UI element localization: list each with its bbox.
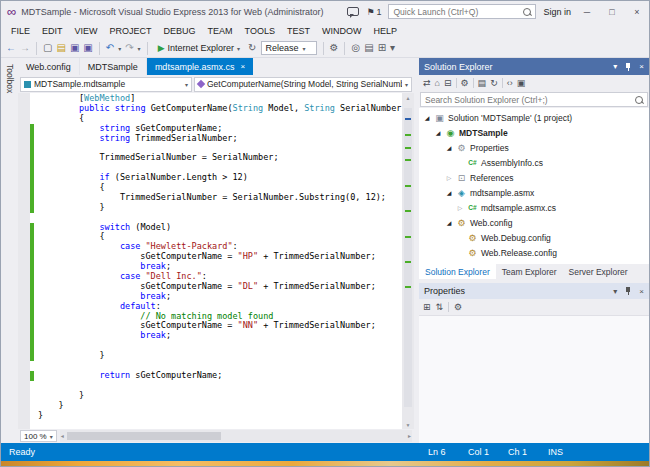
collapse-arrow-icon[interactable]: ▷ <box>456 204 464 211</box>
undo-icon[interactable]: ↶ <box>106 43 114 53</box>
solution-explorer-icon[interactable]: ▤ <box>364 43 373 53</box>
start-debug-button[interactable]: ▶Internet Explorer▾ <box>154 42 244 54</box>
show-all-files-icon[interactable]: ▤ <box>478 78 487 88</box>
tree-item[interactable]: ◢▣Solution 'MDTSample' (1 project) <box>419 110 649 125</box>
document-tab[interactable]: MDTSample <box>80 58 147 75</box>
menu-tools[interactable]: TOOLS <box>239 24 281 38</box>
panel-tab-team-explorer[interactable]: Team Explorer <box>496 264 563 279</box>
code-line[interactable]: } <box>30 203 402 213</box>
preview-icon[interactable]: ▣ <box>517 78 526 88</box>
scrollbar-thumb[interactable] <box>404 108 412 407</box>
tree-item[interactable]: ▷⊡References <box>419 170 649 185</box>
zoom-control[interactable]: 100 % ▾ <box>20 430 57 442</box>
scroll-up-icon[interactable]: ▲ <box>402 93 414 102</box>
window-position-icon[interactable]: ▾ <box>613 287 617 296</box>
window-position-icon[interactable]: ▾ <box>613 62 617 71</box>
document-tab[interactable]: Web.config <box>18 58 80 75</box>
open-file-icon[interactable]: ▤ <box>56 43 65 53</box>
code-line[interactable]: break; <box>30 331 402 341</box>
collapse-arrow-icon[interactable]: ▷ <box>445 174 453 181</box>
save-all-icon[interactable]: ▣ <box>83 43 92 53</box>
scroll-down-icon[interactable]: ▼ <box>402 420 414 429</box>
menu-team[interactable]: TEAM <box>202 24 239 38</box>
code-line[interactable]: string TrimmedSerialNumber; <box>30 134 402 144</box>
navigate-forward-icon[interactable]: → <box>20 43 30 53</box>
code-line[interactable]: public string GetComputerName(String Mod… <box>30 104 402 114</box>
expand-arrow-icon[interactable]: ◢ <box>445 219 453 226</box>
redo-icon[interactable]: ↷ <box>125 43 133 53</box>
menu-test[interactable]: TEST <box>281 24 316 38</box>
panel-tab-server-explorer[interactable]: Server Explorer <box>563 264 634 279</box>
code-line[interactable]: } <box>30 401 402 411</box>
scrollbar-track[interactable] <box>402 102 414 420</box>
toolbox-tab[interactable]: Toolbox <box>1 58 18 443</box>
tree-item[interactable]: ▷C#mdtsample.asmx.cs <box>419 200 649 215</box>
auto-hide-button[interactable] <box>624 63 632 71</box>
types-dropdown[interactable]: MDTSample.mdtsample ▾ <box>20 77 192 92</box>
panel-tab-solution-explorer[interactable]: Solution Explorer <box>419 264 496 279</box>
find-icon[interactable]: ◎ <box>351 43 360 53</box>
maximize-button[interactable]: □ <box>603 7 621 17</box>
tree-item[interactable]: ◢◉MDTSample <box>419 125 649 140</box>
save-icon[interactable]: ▣ <box>70 43 79 53</box>
notifications-flag[interactable]: ⚑ 1 <box>366 7 381 17</box>
refresh-icon[interactable]: ↻ <box>490 78 498 88</box>
collapse-all-icon[interactable]: ⊟ <box>444 78 452 88</box>
tree-item[interactable]: ◢◈mdtsample.asmx <box>419 185 649 200</box>
close-icon[interactable]: × <box>240 62 245 71</box>
menu-edit[interactable]: EDIT <box>36 24 69 38</box>
solution-search-input[interactable]: Search Solution Explorer (Ctrl+;) <box>420 92 648 107</box>
menu-window[interactable]: WINDOW <box>316 24 368 38</box>
new-file-icon[interactable]: ▢ <box>43 43 52 53</box>
expand-arrow-icon[interactable]: ◢ <box>423 114 431 121</box>
menu-debug[interactable]: DEBUG <box>158 24 202 38</box>
alphabetical-icon[interactable]: ⇅ <box>436 302 444 312</box>
document-tab[interactable]: mdtsample.asmx.cs× <box>147 58 253 75</box>
code-line[interactable]: } <box>30 411 402 421</box>
tree-item[interactable]: ⚙Web.Release.config <box>419 245 649 260</box>
close-panel-button[interactable]: × <box>639 62 644 71</box>
menu-project[interactable]: PROJECT <box>104 24 158 38</box>
sync-with-active-document-icon[interactable]: ⇄ <box>423 78 431 88</box>
horizontal-scrollbar-track[interactable] <box>65 430 407 442</box>
solution-configuration-combo[interactable]: Release▾ <box>261 41 317 55</box>
menu-view[interactable]: VIEW <box>69 24 104 38</box>
minimize-button[interactable]: ─ <box>578 7 596 17</box>
code-line[interactable]: return sGetComputerName; <box>30 371 402 381</box>
expand-arrow-icon[interactable]: ◢ <box>434 129 442 136</box>
breakpoint-gutter[interactable] <box>18 93 30 429</box>
feedback-icon[interactable] <box>347 7 359 16</box>
solution-explorer-header[interactable]: Solution Explorer ▾ × <box>419 58 649 75</box>
quick-launch-input[interactable]: Quick Launch (Ctrl+Q) <box>388 4 536 19</box>
code-line[interactable]: } <box>30 391 402 401</box>
code-line[interactable]: } <box>30 351 402 361</box>
vertical-scrollbar[interactable]: ▲ ▼ <box>402 93 414 429</box>
tree-item[interactable]: ◢⚙Web.config <box>419 215 649 230</box>
categorized-icon[interactable]: ⊞ <box>423 302 431 312</box>
horizontal-scrollbar[interactable]: ◄ ► <box>60 430 412 442</box>
expand-arrow-icon[interactable]: ◢ <box>445 189 453 196</box>
menu-help[interactable]: HELP <box>367 24 403 38</box>
tree-item[interactable]: ◢⚙Properties <box>419 140 649 155</box>
scrollbar-thumb[interactable] <box>67 432 221 440</box>
close-button[interactable]: × <box>628 7 646 17</box>
properties-header[interactable]: Properties ▾ × <box>419 283 649 299</box>
tree-item[interactable]: ⚙Web.Debug.config <box>419 230 649 245</box>
code-editor[interactable]: [WebMethod] public string GetComputerNam… <box>18 93 414 429</box>
sign-in-link[interactable]: Sign in <box>543 7 571 17</box>
tree-item[interactable]: C#AssemblyInfo.cs <box>419 155 649 170</box>
toolbar-overflow-icon[interactable]: ▾ <box>390 43 395 53</box>
build-icon[interactable]: ⚙ <box>330 43 339 53</box>
chevron-down-icon[interactable]: ▾ <box>138 45 141 52</box>
home-icon[interactable]: ⌂ <box>435 78 440 88</box>
auto-hide-button[interactable] <box>624 287 632 295</box>
close-panel-button[interactable]: × <box>639 287 644 296</box>
chevron-down-icon[interactable]: ▾ <box>118 45 121 52</box>
code-line[interactable] <box>30 381 402 391</box>
members-dropdown[interactable]: GetComputerName(String Model, String Ser… <box>194 77 412 92</box>
refresh-icon[interactable]: ↻ <box>248 43 256 53</box>
scroll-right-icon[interactable]: ► <box>407 432 412 441</box>
properties-window-icon[interactable]: ⊞ <box>378 43 386 53</box>
navigate-backward-icon[interactable]: ← <box>6 43 16 53</box>
expand-arrow-icon[interactable]: ◢ <box>445 144 453 151</box>
